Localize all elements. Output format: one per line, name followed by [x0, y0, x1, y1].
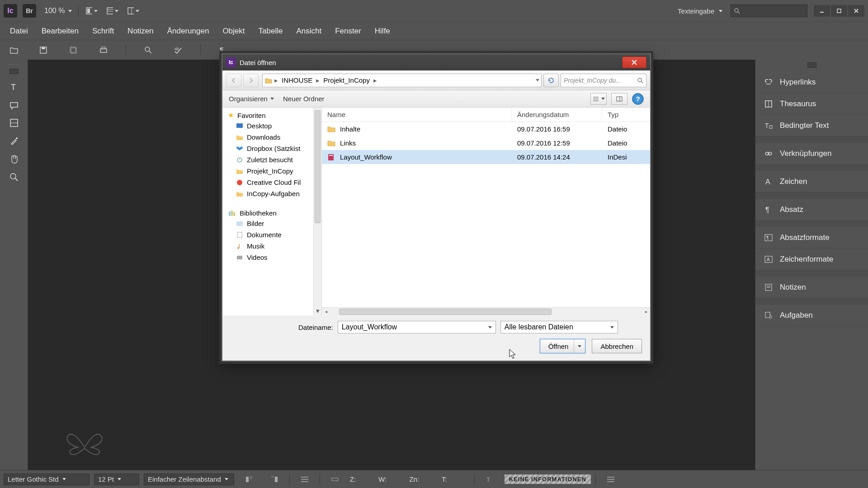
chevron-down-icon[interactable] — [536, 79, 539, 81]
position-tool[interactable] — [5, 115, 23, 131]
nav-back-button[interactable] — [226, 74, 241, 87]
sidebar-item-music[interactable]: Musik — [222, 240, 321, 252]
sidebar-item-cc-files[interactable]: Creative Cloud Fil — [222, 177, 321, 188]
sidebar-item-recent[interactable]: Zuletzt besucht — [222, 154, 321, 165]
sidebar-group-libraries[interactable]: Bibliotheken — [222, 206, 321, 218]
menu-aenderungen[interactable]: Änderungen — [161, 24, 216, 38]
panel-thesaurus[interactable]: Thesaurus — [755, 93, 868, 115]
zoom-select[interactable]: 100 % — [44, 7, 72, 15]
sidebar-item-downloads[interactable]: Downloads — [222, 131, 321, 143]
menu-fenster[interactable]: Fenster — [329, 24, 368, 38]
folder-search-input[interactable]: Projekt_InCopy du... — [561, 74, 646, 87]
file-row[interactable]: Inhalte 09.07.2016 16:59 Dateio — [322, 122, 650, 136]
breadcrumb-segment[interactable]: Projekt_InCopy — [321, 76, 372, 84]
menu-objekt[interactable]: Objekt — [216, 24, 251, 38]
file-row[interactable]: Links 09.07.2016 12:59 Dateio — [322, 136, 650, 150]
refresh-button[interactable] — [543, 74, 559, 87]
new-folder-button[interactable]: Neuer Ordner — [283, 95, 325, 103]
sidebar-item-projekt-incopy[interactable]: Projekt_InCopy — [222, 165, 321, 177]
open-button-dropdown[interactable] — [574, 339, 585, 353]
horizontal-scrollbar[interactable]: ◂▸ — [322, 307, 650, 315]
menu-hilfe[interactable]: Hilfe — [368, 24, 396, 38]
size-select[interactable]: 12 Pt — [94, 474, 139, 485]
column-name[interactable]: Name — [322, 108, 512, 122]
file-row-selected[interactable]: Layout_Workflow 09.07.2016 14:24 InDesi — [322, 150, 650, 164]
find-icon[interactable] — [142, 44, 154, 56]
open-icon[interactable] — [8, 44, 20, 56]
panel-assignments[interactable]: Aufgaben — [755, 305, 868, 326]
menu-notizen[interactable]: Notizen — [121, 24, 160, 38]
preview-pane-button[interactable] — [611, 93, 627, 105]
sidebar-scrollbar[interactable]: ▾ — [313, 108, 321, 315]
search-input[interactable] — [731, 5, 807, 17]
spacing-select[interactable]: Einfacher Zeilenabstand — [144, 474, 234, 485]
spellcheck-icon[interactable]: ab — [172, 44, 184, 56]
help-button[interactable]: ? — [632, 93, 644, 105]
file-filter-select[interactable]: Alle lesbaren Dateien — [500, 321, 618, 333]
panel-character[interactable]: AZeichen — [755, 171, 868, 192]
align-icon-2[interactable] — [269, 474, 280, 485]
note-tool[interactable] — [5, 97, 23, 113]
menu-icon-2[interactable] — [605, 474, 617, 485]
column-type[interactable]: Typ — [602, 108, 650, 122]
align-icon-1[interactable] — [243, 474, 255, 485]
view-mode-button[interactable] — [590, 93, 607, 105]
dialog-close-button[interactable] — [622, 56, 646, 68]
sidebar-item-dropbox[interactable]: Dropbox (Satzkist — [222, 143, 321, 154]
panel-links[interactable]: Verknüpfungen — [755, 143, 868, 164]
menu-schrift[interactable]: Schrift — [86, 24, 120, 38]
maximize-button[interactable] — [831, 5, 847, 17]
minimize-button[interactable] — [814, 5, 830, 17]
panel-character-styles[interactable]: AZeichenformate — [755, 249, 868, 270]
sidebar-item-desktop[interactable]: Desktop — [222, 120, 321, 131]
sidebar-group-favorites[interactable]: ★Favoriten — [222, 108, 321, 120]
hand-tool[interactable] — [5, 151, 23, 167]
svg-rect-75 — [237, 232, 242, 238]
dialog-titlebar[interactable]: Ic Datei öffnen — [222, 54, 650, 70]
file-list-header[interactable]: Name Änderungsdatum Typ — [322, 108, 650, 122]
panel-hyperlinks[interactable]: Hyperlinks — [755, 71, 868, 93]
sidebar-item-incopy-tasks[interactable]: InCopy-Aufgaben — [222, 188, 321, 199]
font-select[interactable]: Letter Gothic Std — [4, 474, 90, 485]
panel-paragraph[interactable]: ¶Absatz — [755, 199, 868, 221]
workspace-select[interactable]: Texteingabe — [678, 7, 722, 15]
view-mode-icon-3[interactable] — [127, 5, 139, 17]
organize-button[interactable]: Organisieren — [229, 95, 274, 103]
search-placeholder: Projekt_InCopy du... — [564, 77, 621, 84]
dropbox-icon — [236, 145, 243, 152]
print-icon[interactable] — [98, 44, 109, 56]
menu-icon[interactable] — [299, 474, 311, 485]
nav-forward-button[interactable] — [243, 74, 259, 87]
sidebar-item-documents[interactable]: Dokumente — [222, 229, 321, 240]
zoom-tool[interactable] — [5, 169, 23, 185]
ruler-icon[interactable] — [329, 474, 341, 485]
menu-datei[interactable]: Datei — [4, 24, 34, 38]
filename-input[interactable]: Layout_Workflow — [338, 321, 496, 333]
panel-conditional-text[interactable]: TBedingter Text — [755, 115, 868, 136]
sidebar-item-pictures[interactable]: Bilder — [222, 218, 321, 229]
menu-ansicht[interactable]: Ansicht — [290, 24, 328, 38]
eyedropper-tool[interactable] — [5, 133, 23, 149]
folder-icon — [236, 134, 243, 141]
close-button[interactable] — [848, 5, 864, 17]
column-date[interactable]: Änderungsdatum — [512, 108, 602, 122]
open-button[interactable]: Öffnen — [540, 339, 586, 353]
panel-label: Absatz — [780, 205, 803, 214]
sidebar-item-videos[interactable]: Videos — [222, 252, 321, 263]
type-tool[interactable]: T — [5, 79, 23, 95]
bridge-icon[interactable]: Br — [23, 4, 36, 18]
panel-toggle-right[interactable] — [807, 62, 816, 68]
cancel-button[interactable]: Abbrechen — [592, 339, 642, 353]
breadcrumb[interactable]: ▸ INHOUSE ▸ Projekt_InCopy ▸ — [262, 74, 542, 87]
panel-paragraph-styles[interactable]: ¶Absatzformate — [755, 227, 868, 249]
view-mode-icon-1[interactable] — [86, 5, 98, 17]
menu-bearbeiten[interactable]: Bearbeiten — [35, 24, 85, 38]
panel-toggle[interactable] — [9, 69, 19, 74]
view-mode-icon-2[interactable] — [107, 5, 118, 17]
panel-notes[interactable]: Notizen — [755, 277, 868, 298]
save-icon[interactable] — [38, 44, 50, 56]
info-icon[interactable]: T — [484, 474, 495, 485]
save-all-icon[interactable] — [68, 44, 80, 56]
breadcrumb-segment[interactable]: INHOUSE — [280, 76, 314, 84]
menu-tabelle[interactable]: Tabelle — [252, 24, 289, 38]
